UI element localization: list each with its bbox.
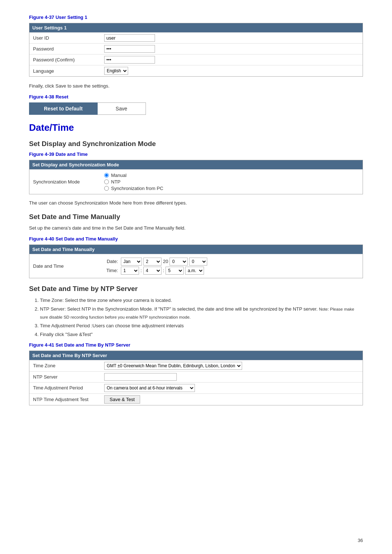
time-adj-label: Time Adjustment Period (29, 384, 102, 392)
sync-radio-group: Manual NTP Synchronization from PC (104, 171, 360, 193)
colon1: : (140, 268, 142, 273)
ntp-list-item-4: Finally click "Save &Test" (40, 331, 363, 339)
user-id-value (102, 33, 363, 43)
radio-sync-pc[interactable]: Synchronization from PC (104, 186, 360, 191)
user-id-input[interactable] (104, 34, 155, 42)
sync-mode-panel-header: Set Display and Synchronization Mode (29, 160, 363, 169)
radio-manual[interactable]: Manual (104, 173, 360, 178)
ntp-subtitle: Set Date and Time by NTP Server (29, 285, 363, 293)
date-time-row: Date and Time Date: JanFebMarApr MayJunJ… (29, 254, 363, 278)
second-select[interactable]: 501 (166, 267, 184, 275)
save-button[interactable]: Save (98, 102, 146, 115)
year-prefix: 20 (163, 259, 168, 264)
sync-mode-subtitle: Set Display and Synchronization Mode (29, 140, 363, 148)
figure-40-caption: Figure 4-40 Set Date and Time Manually (29, 236, 363, 242)
ntp-server-label: NTP Server (29, 373, 102, 381)
ntp-server-input[interactable] (104, 373, 177, 381)
finally-text: Finally, click Save to save the settings… (29, 82, 363, 90)
user-settings-panel: User Settings 1 User ID Password Passwor… (29, 23, 363, 77)
date-row: Date: JanFebMarApr MayJunJulAug SepOctNo… (104, 258, 360, 266)
password-confirm-value (102, 54, 363, 65)
ntp-list-item-1: Time Zone: Select the time zone where yo… (40, 296, 363, 304)
page-number: 36 (358, 538, 363, 543)
ntp-panel-header: Set Date and Time By NTP Server (29, 351, 363, 360)
time-adj-value: On camera boot and at 6-hour intervals (102, 383, 363, 393)
timezone-select[interactable]: GMT ±0 Greenwich Mean Time Dublin, Edinb… (104, 362, 242, 370)
manual-datetime-panel: Set Date and Time Manually Date and Time… (29, 244, 363, 278)
figure-41-caption: Figure 4-41 Set Date and Time By NTP Ser… (29, 342, 363, 348)
manual-datetime-subtitle: Set Date and Time Manually (29, 213, 363, 221)
password-confirm-input[interactable] (104, 56, 155, 64)
manual-datetime-panel-header: Set Date and Time Manually (29, 245, 363, 254)
ntp-list: Time Zone: Select the time zone where yo… (40, 296, 363, 339)
minute-select[interactable]: 401 (143, 267, 162, 275)
sync-mode-panel: Set Display and Synchronization Mode Syn… (29, 160, 363, 194)
figure-38-caption: Figure 4-38 Reset (29, 94, 363, 100)
hour-select[interactable]: 123 (121, 267, 139, 275)
timezone-row: Time Zone GMT ±0 Greenwich Mean Time Dub… (29, 360, 363, 371)
user-id-row: User ID (29, 32, 363, 43)
ntp-server-value (102, 372, 363, 382)
manual-datetime-body: Set up the camera’s date and time in the… (29, 225, 363, 232)
sync-mode-body: The user can choose Synchronization Mode… (29, 199, 363, 207)
ntp-note: Note: Please make sure disable SD record… (40, 307, 354, 319)
ntp-list-item-3: Time Adjustment Period :Users can choose… (40, 322, 363, 330)
radio-manual-input[interactable] (104, 173, 109, 178)
radio-ntp-input[interactable] (104, 179, 109, 184)
radio-ntp[interactable]: NTP (104, 179, 360, 185)
sync-mode-row: Synchronization Mode Manual NTP Synchron… (29, 169, 363, 194)
language-select[interactable]: English (104, 67, 128, 75)
ntp-list-item-2: NTP Server: Select NTP in the Synchroniz… (40, 305, 363, 321)
password-confirm-row: Password (Confirm) (29, 54, 363, 65)
time-adj-row: Time Adjustment Period On camera boot an… (29, 382, 363, 393)
date-label-inline: Date: (104, 259, 118, 264)
day-select[interactable]: 213 (143, 258, 162, 266)
password-label: Password (29, 45, 102, 53)
ntp-test-row: NTP Time Adjustment Test Save & Test (29, 393, 363, 405)
year-tens-select[interactable]: 012 (170, 258, 188, 266)
date-time-section-title: Date/Time (29, 122, 363, 133)
figure-37-caption: Figure 4-37 User Setting 1 (29, 15, 363, 20)
user-id-label: User ID (29, 34, 102, 42)
colon2: : (163, 268, 164, 273)
ampm-select[interactable]: a.m.p.m. (185, 267, 204, 275)
figure-39-caption: Figure 4-39 Date and Time (29, 151, 363, 157)
time-row: Time: 123 : 401 : 501 a.m.p.m. (104, 267, 360, 275)
date-time-label: Date and Time (29, 262, 102, 270)
password-row: Password (29, 43, 363, 54)
sync-mode-label: Synchronization Mode (29, 178, 102, 186)
ntp-panel: Set Date and Time By NTP Server Time Zon… (29, 351, 363, 405)
radio-manual-label: Manual (111, 173, 127, 178)
sync-mode-options: Manual NTP Synchronization from PC (102, 170, 363, 194)
radio-ntp-label: NTP (111, 179, 121, 185)
date-time-inputs: Date: JanFebMarApr MayJunJulAug SepOctNo… (102, 254, 363, 278)
language-label: Language (29, 67, 102, 75)
time-adj-select[interactable]: On camera boot and at 6-hour intervals (104, 384, 195, 392)
month-select[interactable]: JanFebMarApr MayJunJulAug SepOctNovDec (121, 258, 142, 266)
radio-sync-pc-input[interactable] (104, 186, 109, 191)
timezone-value: GMT ±0 Greenwich Mean Time Dublin, Edinb… (102, 360, 363, 371)
time-label-inline: Time: (104, 268, 118, 273)
year-ones-select[interactable]: 0123 (189, 258, 207, 266)
language-value: English (102, 65, 363, 76)
reset-save-bar: Reset to Default Save (29, 102, 174, 115)
ntp-test-value: Save & Test (102, 394, 363, 405)
ntp-server-row: NTP Server (29, 371, 363, 382)
ntp-test-label: NTP Time Adjustment Test (29, 395, 102, 404)
save-test-button[interactable]: Save & Test (104, 395, 140, 404)
password-confirm-label: Password (Confirm) (29, 56, 102, 64)
language-row: Language English (29, 65, 363, 76)
radio-sync-pc-label: Synchronization from PC (111, 186, 163, 191)
password-value (102, 44, 363, 54)
reset-to-default-button[interactable]: Reset to Default (29, 102, 98, 115)
user-settings-panel-header: User Settings 1 (29, 23, 363, 32)
timezone-label: Time Zone (29, 361, 102, 370)
password-input[interactable] (104, 45, 155, 53)
